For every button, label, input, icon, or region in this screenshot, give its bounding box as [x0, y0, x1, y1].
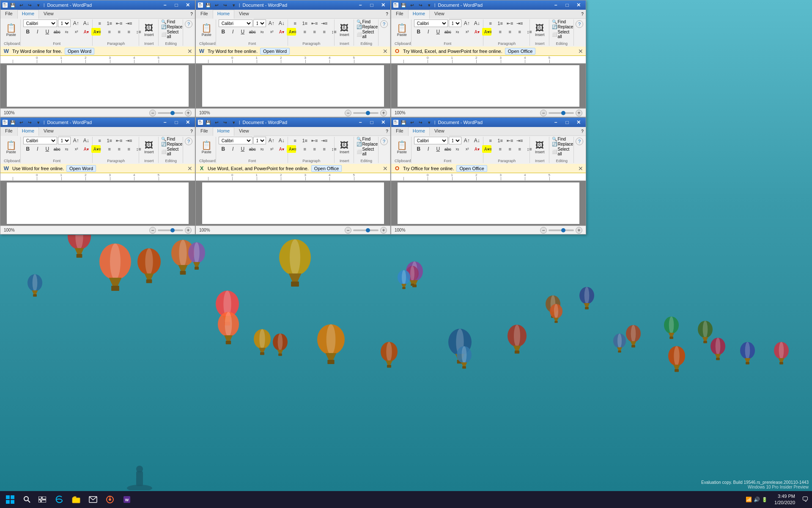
- close-btn-3[interactable]: ✕: [573, 1, 584, 9]
- doc-area-3[interactable]: [391, 64, 586, 108]
- bold-btn-4[interactable]: B: [23, 145, 33, 153]
- color-btn-1[interactable]: A▾: [82, 28, 91, 36]
- view-tab-2[interactable]: View: [234, 10, 254, 19]
- italic-btn-1[interactable]: I: [33, 28, 42, 36]
- align-right-btn-1[interactable]: ≡: [115, 28, 124, 36]
- select-all-btn-1[interactable]: ⬜Select all: [161, 30, 181, 39]
- align-justify-btn-6[interactable]: ≡: [515, 145, 524, 153]
- undo-qat-btn[interactable]: ↩: [17, 119, 25, 126]
- banner-close-btn-3[interactable]: ✕: [578, 48, 583, 55]
- doc-area-2[interactable]: [196, 64, 390, 108]
- italic-btn-3[interactable]: I: [424, 28, 433, 36]
- bold-btn-2[interactable]: B: [219, 28, 228, 36]
- redo-qat-btn[interactable]: ↪: [26, 1, 33, 9]
- size-selector-4[interactable]: 11: [58, 137, 71, 144]
- underline-btn-3[interactable]: U: [433, 28, 443, 36]
- redo-qat-btn[interactable]: ↪: [417, 1, 424, 9]
- minimize-btn-1[interactable]: −: [159, 1, 170, 9]
- help-btn-5[interactable]: ?: [380, 138, 388, 145]
- list-btn-2[interactable]: ≡: [291, 19, 300, 27]
- strikethrough-btn-5[interactable]: abc: [248, 145, 257, 153]
- size-selector-3[interactable]: 11: [449, 19, 461, 27]
- help-btn-4[interactable]: ?: [185, 138, 192, 145]
- align-center-btn-1[interactable]: ≡: [105, 28, 114, 36]
- qat-more-btn[interactable]: ▾: [230, 1, 237, 9]
- file-tab-2[interactable]: File: [196, 10, 213, 19]
- num-list-btn-4[interactable]: 1≡: [105, 137, 114, 144]
- font-selector-2[interactable]: Calibri: [219, 19, 252, 27]
- font-selector-4[interactable]: Calibri: [23, 137, 57, 144]
- zoom-out-btn-4[interactable]: −: [149, 227, 156, 234]
- bold-btn-1[interactable]: B: [23, 28, 33, 36]
- size-selector-6[interactable]: 11: [449, 137, 461, 144]
- notification-icon[interactable]: 🗨: [798, 491, 812, 508]
- taskview-button[interactable]: [34, 491, 51, 508]
- shrink-font-btn-5[interactable]: A↓: [277, 137, 286, 144]
- zoom-out-btn-2[interactable]: −: [345, 110, 351, 116]
- save-qat-btn[interactable]: 💾: [204, 119, 212, 126]
- replace-btn-3[interactable]: 🔄Replace: [552, 25, 573, 29]
- font-selector-6[interactable]: Calibri: [414, 137, 448, 144]
- align-right-btn-2[interactable]: ≡: [310, 28, 319, 36]
- align-left-btn-6[interactable]: ≡: [486, 145, 495, 153]
- num-list-btn-3[interactable]: 1≡: [496, 19, 505, 27]
- zoom-in-btn-1[interactable]: +: [185, 110, 192, 116]
- replace-btn-4[interactable]: 🔄Replace: [161, 142, 183, 146]
- view-tab-3[interactable]: View: [430, 10, 449, 19]
- zoom-out-btn-5[interactable]: −: [345, 227, 351, 234]
- zoom-in-btn-5[interactable]: +: [380, 227, 387, 234]
- maximize-btn-6[interactable]: □: [562, 119, 573, 126]
- underline-btn-6[interactable]: U: [433, 145, 443, 153]
- home-tab-1[interactable]: Home: [17, 10, 39, 19]
- insert-btn-3[interactable]: 🖼 Insert: [532, 21, 547, 40]
- indent-btn-6[interactable]: ⇥≡: [515, 137, 524, 144]
- doc-page-2[interactable]: [202, 65, 384, 107]
- italic-btn-2[interactable]: I: [228, 28, 238, 36]
- list-btn-5[interactable]: ≡: [291, 137, 300, 144]
- color-btn-3[interactable]: A▾: [472, 28, 482, 36]
- search-button[interactable]: [20, 491, 34, 508]
- view-tab-6[interactable]: View: [430, 127, 449, 136]
- doc-area-1[interactable]: [0, 64, 195, 108]
- help-btn-6[interactable]: ?: [576, 138, 583, 145]
- close-btn-5[interactable]: ✕: [378, 119, 389, 126]
- find-btn-6[interactable]: 🔍Find: [552, 137, 566, 141]
- indent-btn-5[interactable]: ⇥≡: [320, 137, 329, 144]
- subscript-btn-3[interactable]: x₂: [453, 28, 462, 36]
- close-btn-6[interactable]: ✕: [573, 119, 584, 126]
- qat-more-btn[interactable]: ▾: [34, 119, 42, 126]
- underline-btn-1[interactable]: U: [43, 28, 52, 36]
- italic-btn-4[interactable]: I: [33, 145, 42, 153]
- replace-btn-2[interactable]: 🔄Replace: [357, 25, 378, 29]
- outdent-btn-5[interactable]: ⇤≡: [310, 137, 319, 144]
- view-tab-4[interactable]: View: [39, 127, 58, 136]
- zoom-out-btn-1[interactable]: −: [149, 110, 156, 116]
- home-tab-6[interactable]: Home: [408, 127, 430, 136]
- zoom-slider-5[interactable]: [353, 229, 379, 231]
- undo-qat-btn[interactable]: ↩: [408, 119, 416, 126]
- find-btn-3[interactable]: 🔍Find: [552, 19, 566, 24]
- indent-btn-3[interactable]: ⇥≡: [515, 19, 524, 27]
- outdent-btn-4[interactable]: ⇤≡: [115, 137, 124, 144]
- replace-btn-6[interactable]: 🔄Replace: [552, 142, 573, 146]
- insert-btn-4[interactable]: 🖼 Insert: [142, 138, 156, 157]
- view-tab-5[interactable]: View: [234, 127, 254, 136]
- select-all-btn-4[interactable]: ⬜Select all: [161, 147, 181, 156]
- paste-btn-4[interactable]: 📋 Paste: [4, 138, 19, 157]
- superscript-btn-4[interactable]: x²: [72, 145, 81, 153]
- zoom-in-btn-2[interactable]: +: [380, 110, 387, 116]
- save-qat-btn[interactable]: 💾: [9, 1, 16, 9]
- find-btn-5[interactable]: 🔍Find: [357, 137, 370, 141]
- superscript-btn-6[interactable]: x²: [463, 145, 472, 153]
- redo-qat-btn[interactable]: ↪: [221, 1, 229, 9]
- shrink-font-btn-3[interactable]: A↓: [472, 19, 482, 27]
- underline-btn-5[interactable]: U: [238, 145, 247, 153]
- doc-area-6[interactable]: [391, 181, 586, 226]
- app1-taskbar-icon[interactable]: W: [118, 491, 135, 508]
- minimize-btn-4[interactable]: −: [159, 119, 170, 126]
- save-qat-btn[interactable]: 💾: [204, 1, 212, 9]
- insert-btn-6[interactable]: 🖼 Insert: [532, 138, 547, 157]
- banner-close-btn-1[interactable]: ✕: [187, 48, 192, 55]
- minimize-btn-6[interactable]: −: [550, 119, 561, 126]
- banner-close-btn-6[interactable]: ✕: [578, 165, 583, 172]
